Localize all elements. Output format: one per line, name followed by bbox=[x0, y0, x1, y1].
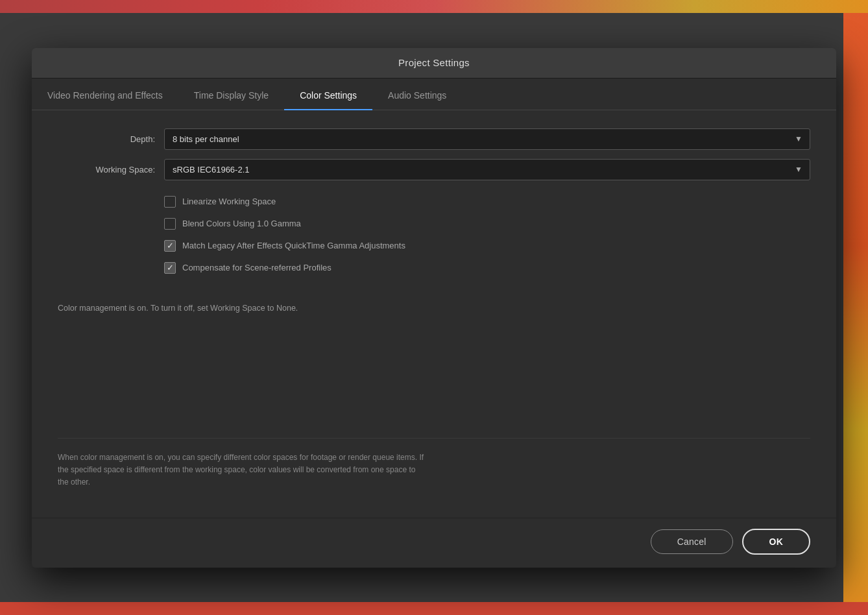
checkboxes-section: Linearize Working Space Blend Colors Usi… bbox=[164, 196, 810, 284]
tab-audio-settings[interactable]: Audio Settings bbox=[372, 78, 462, 110]
working-space-select[interactable]: None sRGB IEC61966-2.1 Adobe RGB (1998) … bbox=[164, 159, 810, 180]
project-settings-dialog: Project Settings Video Rendering and Eff… bbox=[32, 48, 836, 568]
cancel-button[interactable]: Cancel bbox=[651, 529, 733, 554]
checkbox-compensate-row[interactable]: ✓ Compensate for Scene-referred Profiles bbox=[164, 262, 810, 274]
checkbox-blend-colors-row[interactable]: Blend Colors Using 1.0 Gamma bbox=[164, 218, 810, 230]
tab-video-rendering[interactable]: Video Rendering and Effects bbox=[32, 78, 178, 110]
checkbox-match-legacy-row[interactable]: ✓ Match Legacy After Effects QuickTime G… bbox=[164, 240, 810, 252]
dialog-title: Project Settings bbox=[398, 57, 470, 68]
checkmark-icon-2: ✓ bbox=[167, 263, 174, 272]
checkbox-linearize-label: Linearize Working Space bbox=[182, 197, 276, 206]
ok-button[interactable]: OK bbox=[742, 529, 810, 555]
bottom-info-text: When color management is on, you can spe… bbox=[58, 438, 810, 505]
working-space-label: Working Space: bbox=[58, 165, 155, 175]
checkbox-linearize[interactable] bbox=[164, 196, 176, 208]
checkbox-blend-colors[interactable] bbox=[164, 218, 176, 230]
color-management-info: Color management is on. To turn it off, … bbox=[58, 302, 810, 315]
main-content: Depth: 8 bits per channel 16 bits per ch… bbox=[58, 128, 810, 505]
checkbox-compensate-label: Compensate for Scene-referred Profiles bbox=[182, 263, 332, 272]
title-bar: Project Settings bbox=[32, 48, 836, 78]
checkmark-icon: ✓ bbox=[167, 241, 174, 250]
depth-row: Depth: 8 bits per channel 16 bits per ch… bbox=[58, 128, 810, 150]
content-area: Depth: 8 bits per channel 16 bits per ch… bbox=[32, 128, 836, 518]
checkbox-compensate[interactable]: ✓ bbox=[164, 262, 176, 274]
tabs-bar: Video Rendering and Effects Time Display… bbox=[32, 78, 836, 110]
depth-select-wrapper: 8 bits per channel 16 bits per channel 3… bbox=[164, 128, 810, 150]
checkbox-match-legacy-label: Match Legacy After Effects QuickTime Gam… bbox=[182, 241, 405, 250]
depth-label: Depth: bbox=[58, 134, 155, 144]
tab-time-display[interactable]: Time Display Style bbox=[178, 78, 284, 110]
checkbox-blend-colors-label: Blend Colors Using 1.0 Gamma bbox=[182, 219, 301, 228]
working-space-row: Working Space: None sRGB IEC61966-2.1 Ad… bbox=[58, 159, 810, 180]
checkbox-match-legacy[interactable]: ✓ bbox=[164, 240, 176, 252]
working-space-select-wrapper: None sRGB IEC61966-2.1 Adobe RGB (1998) … bbox=[164, 159, 810, 180]
buttons-row: Cancel OK bbox=[32, 518, 836, 568]
content-spacer bbox=[58, 319, 810, 425]
depth-select[interactable]: 8 bits per channel 16 bits per channel 3… bbox=[164, 128, 810, 150]
tab-color-settings[interactable]: Color Settings bbox=[284, 78, 372, 110]
checkbox-linearize-row[interactable]: Linearize Working Space bbox=[164, 196, 810, 208]
